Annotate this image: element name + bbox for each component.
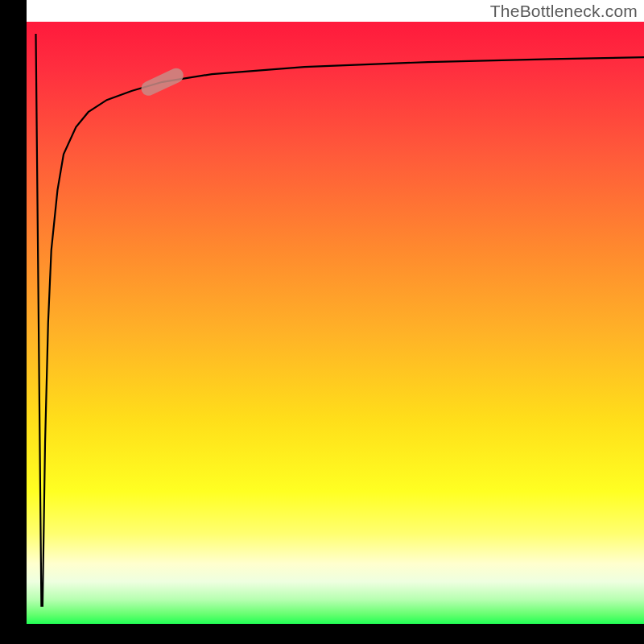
x-axis-bar [0, 624, 644, 644]
bottleneck-curve-path [36, 34, 645, 606]
chart-canvas: TheBottleneck.com [0, 0, 644, 644]
bottleneck-curve-svg [27, 22, 644, 624]
curve-marker-pill [139, 66, 186, 98]
curve-marker [139, 66, 186, 98]
watermark-text: TheBottleneck.com [490, 2, 638, 21]
y-axis-bar [0, 0, 27, 624]
